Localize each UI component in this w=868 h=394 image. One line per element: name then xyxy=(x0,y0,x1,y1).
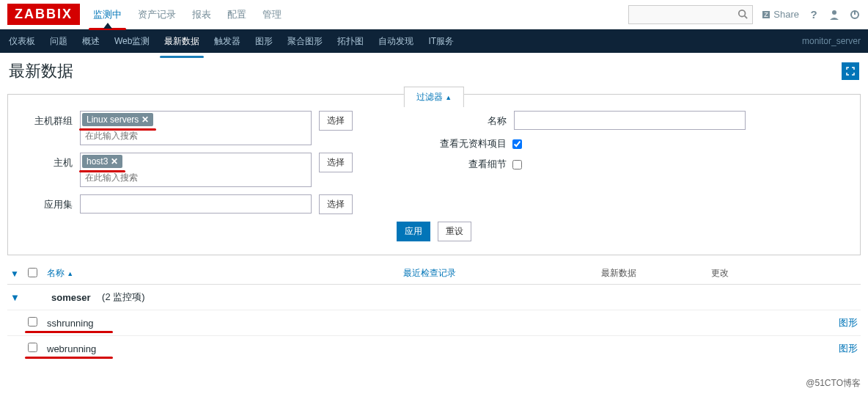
svg-point-5 xyxy=(832,10,836,15)
topmenu-label: 监测中 xyxy=(93,9,122,20)
sub-nav: 仪表板 问题 概述 Web监测 最新数据 触发器 图形 聚合图形 拓扑图 自动发… xyxy=(7,31,455,52)
search-icon[interactable] xyxy=(738,9,748,19)
filter-toggle[interactable]: 过滤器 ▲ xyxy=(404,87,464,107)
group-name: someser xyxy=(51,292,90,303)
nav-itservices[interactable]: IT服务 xyxy=(427,31,455,52)
header-last-data: 最新数据 xyxy=(601,267,711,280)
nav-label: 最新数据 xyxy=(164,36,199,46)
power-icon[interactable] xyxy=(849,9,861,21)
select-all-checkbox[interactable] xyxy=(28,268,37,277)
help-icon[interactable]: ? xyxy=(808,9,820,21)
annotation-underline xyxy=(79,128,156,131)
table-header: ▼ 名称 ▲ 最近检查记录 最新数据 更改 xyxy=(7,263,861,285)
hostgroup-multiselect[interactable]: Linux servers ✕ xyxy=(80,111,312,145)
server-name: monitor_server xyxy=(802,36,861,46)
annotation-underline xyxy=(160,56,204,58)
show-details-checkbox[interactable] xyxy=(512,160,522,169)
logo: ZABBIX xyxy=(7,4,80,25)
topmenu-monitoring[interactable]: 监测中 xyxy=(92,2,123,27)
page-title: 最新数据 xyxy=(9,60,73,82)
global-search[interactable] xyxy=(628,5,753,24)
annotation-underline xyxy=(25,357,113,359)
svg-line-1 xyxy=(745,15,748,18)
label-application: 应用集 xyxy=(20,194,73,211)
nav-triggers[interactable]: 触发器 xyxy=(213,31,242,52)
expand-all-toggle[interactable]: ▼ xyxy=(10,269,28,279)
header-change: 更改 xyxy=(711,267,821,280)
reset-button[interactable]: 重设 xyxy=(438,222,471,241)
row-checkbox[interactable] xyxy=(28,343,37,352)
top-menu: 监测中 资产记录 报表 配置 管理 xyxy=(92,2,628,27)
svg-point-0 xyxy=(739,10,746,16)
user-icon[interactable] xyxy=(828,9,840,21)
apply-button[interactable]: 应用 xyxy=(397,222,430,241)
host-tag[interactable]: host3 ✕ xyxy=(82,155,122,168)
nav-overview[interactable]: 概述 xyxy=(81,31,101,52)
name-input[interactable] xyxy=(514,111,746,130)
nav-screens[interactable]: 聚合图形 xyxy=(286,31,324,52)
hostgroup-input[interactable] xyxy=(82,128,309,143)
svg-text:Z: Z xyxy=(765,11,769,18)
annotation-underline xyxy=(89,28,126,30)
nav-problems[interactable]: 问题 xyxy=(48,31,69,52)
application-select-button[interactable]: 选择 xyxy=(319,194,353,214)
hostgroup-tag[interactable]: Linux servers ✕ xyxy=(82,113,153,126)
item-name: sshrunning xyxy=(47,318,94,329)
label-no-data: 查看无资料项目 xyxy=(426,137,507,150)
header-name[interactable]: 名称 ▲ xyxy=(47,267,403,280)
group-toggle[interactable]: ▼ xyxy=(10,292,23,303)
tag-remove-icon[interactable]: ✕ xyxy=(141,114,149,125)
collapse-icon: ▲ xyxy=(445,94,452,101)
row-checkbox[interactable] xyxy=(28,317,37,326)
label-hostgroup: 主机群组 xyxy=(20,111,73,128)
nav-dashboard[interactable]: 仪表板 xyxy=(7,31,37,52)
fullscreen-icon xyxy=(846,67,855,76)
label-name: 名称 xyxy=(426,111,507,128)
label-details: 查看细节 xyxy=(426,158,507,171)
filter-tab-label: 过滤器 xyxy=(416,92,443,102)
nav-graphs[interactable]: 图形 xyxy=(254,31,274,52)
annotation-underline xyxy=(25,331,113,333)
item-name: webrunning xyxy=(47,343,96,354)
topmenu-config[interactable]: 配置 xyxy=(226,2,248,27)
share-button[interactable]: Z Share xyxy=(762,9,799,20)
tag-remove-icon[interactable]: ✕ xyxy=(111,156,118,167)
group-count: (2 监控项) xyxy=(102,291,145,304)
topmenu-reports[interactable]: 报表 xyxy=(191,2,213,27)
topmenu-admin[interactable]: 管理 xyxy=(261,2,283,27)
filter-panel: 主机群组 Linux servers ✕ 选择 xyxy=(7,94,861,255)
host-multiselect[interactable]: host3 ✕ xyxy=(80,153,312,187)
host-select-button[interactable]: 选择 xyxy=(319,153,353,172)
header-name-label: 名称 xyxy=(47,268,65,278)
table-row: sshrunning 图形 xyxy=(7,310,861,335)
annotation-underline xyxy=(79,170,125,172)
host-input[interactable] xyxy=(82,170,309,185)
tag-label: Linux servers xyxy=(87,114,139,125)
table-row: webrunning 图形 xyxy=(7,335,861,361)
nav-latest-data[interactable]: 最新数据 xyxy=(163,31,201,52)
graph-link[interactable]: 图形 xyxy=(821,316,858,329)
nav-maps[interactable]: 拓扑图 xyxy=(336,31,365,52)
label-host: 主机 xyxy=(20,153,73,169)
header-last-check[interactable]: 最近检查记录 xyxy=(403,267,601,280)
graph-link[interactable]: 图形 xyxy=(821,342,858,355)
share-label: Share xyxy=(773,9,799,20)
tag-label: host3 xyxy=(87,156,108,167)
application-input[interactable] xyxy=(80,194,312,214)
topmenu-inventory[interactable]: 资产记录 xyxy=(136,2,177,27)
group-row: ▼ someser (2 监控项) xyxy=(7,285,861,310)
svg-text:?: ? xyxy=(810,9,817,21)
nav-web[interactable]: Web监测 xyxy=(113,31,151,52)
fullscreen-button[interactable] xyxy=(842,62,859,80)
hostgroup-select-button[interactable]: 选择 xyxy=(319,111,353,131)
share-icon: Z xyxy=(762,10,770,19)
show-no-data-checkbox[interactable] xyxy=(512,139,522,149)
nav-discovery[interactable]: 自动发现 xyxy=(377,31,415,52)
sort-asc-icon: ▲ xyxy=(67,270,73,277)
